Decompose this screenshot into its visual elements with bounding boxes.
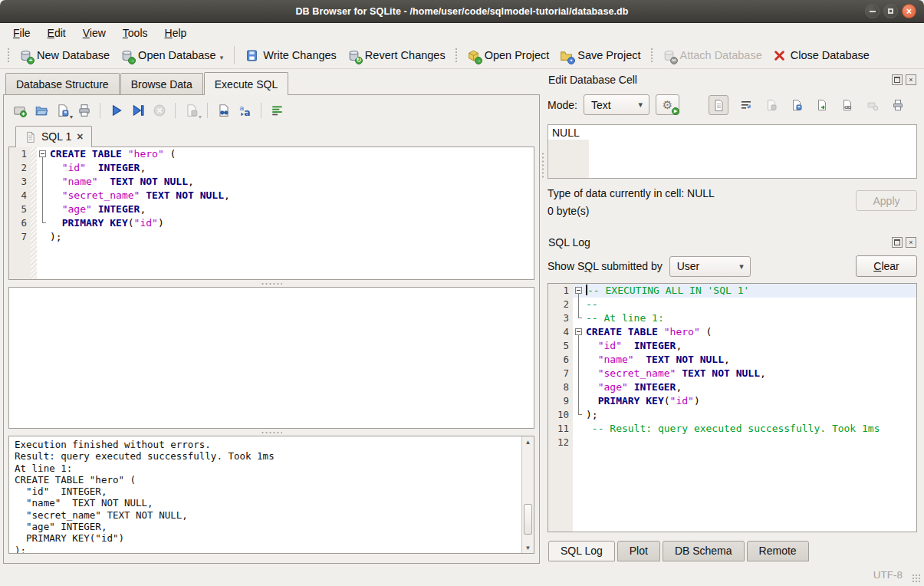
fold-marker	[573, 436, 584, 449]
new-sql-tab-icon[interactable]	[10, 102, 29, 119]
tab-browse-data[interactable]: Browse Data	[120, 73, 203, 95]
close-dock-icon[interactable]: ×	[906, 74, 916, 85]
right-panel: Edit Database Cell × Mode: Text ⚙ ▸	[546, 69, 924, 564]
code-text: "name" TEXT NOT NULL,	[48, 175, 194, 189]
new-database-button[interactable]: + New Database	[14, 46, 115, 65]
close-icon[interactable]: ×	[902, 4, 916, 18]
save-results-icon: ▾	[182, 102, 201, 119]
close-dock-icon[interactable]: ×	[906, 237, 916, 248]
line-number: 11	[548, 422, 573, 436]
sql-toolbar-separator	[207, 103, 208, 118]
code-line: 5 "age" INTEGER,	[9, 202, 534, 216]
menu-view[interactable]: View	[74, 25, 114, 41]
execute-line-icon[interactable]	[128, 102, 147, 119]
svg-text:a: a	[239, 104, 244, 112]
save-sql-file-icon[interactable]: ▾	[53, 102, 72, 119]
stop-icon	[150, 102, 169, 119]
scrollbar-thumb[interactable]	[524, 504, 532, 535]
close-database-button[interactable]: Close Database	[768, 46, 875, 65]
open-project-icon: →	[467, 49, 480, 62]
cell-value-editor[interactable]: NULL	[547, 124, 917, 179]
results-messages-splitter[interactable]	[8, 429, 534, 436]
code-text: -- At line 1:	[584, 311, 664, 325]
scroll-down-icon[interactable]: ▼	[522, 542, 534, 553]
code-text: );	[48, 230, 62, 244]
open-database-button[interactable]: → Open Database ▾	[115, 46, 229, 65]
resize-grip[interactable]	[912, 574, 922, 584]
dock-tab-db-schema[interactable]: DB Schema	[663, 541, 745, 561]
main-toolbar: + New Database → Open Database ▾ Write C…	[0, 42, 924, 69]
fold-marker[interactable]	[37, 147, 48, 161]
code-line: 10);	[548, 408, 916, 422]
float-dock-icon[interactable]	[892, 237, 903, 248]
messages-pane[interactable]: Execution finished without errors.Result…	[8, 436, 534, 554]
tab-execute-sql[interactable]: Execute SQL	[204, 72, 289, 95]
tab-database-structure[interactable]: Database Structure	[5, 73, 120, 95]
find-replace-icon[interactable]: aa	[235, 102, 255, 119]
word-wrap-icon[interactable]	[738, 97, 754, 113]
fold-marker[interactable]	[573, 325, 584, 339]
save-as-icon[interactable]	[789, 97, 804, 113]
sql-file-tab[interactable]: SQL 1 ×	[15, 126, 92, 147]
dock-tab-sql-log[interactable]: SQL Log	[548, 541, 615, 561]
main-tabbar: Database Structure Browse Data Execute S…	[3, 71, 540, 95]
settings-button[interactable]: ⚙ ▸	[656, 94, 679, 115]
open-sql-file-icon[interactable]	[31, 102, 51, 119]
fold-marker[interactable]	[573, 284, 584, 298]
sql-log-title: SQL Log	[548, 236, 590, 249]
document-mode-icon[interactable]	[709, 95, 728, 115]
toolbar-grip[interactable]	[649, 48, 654, 63]
export-icon[interactable]	[814, 97, 830, 113]
settings-gear-icon: ⚙	[663, 99, 672, 110]
menu-file[interactable]: File	[5, 25, 39, 41]
menu-edit[interactable]: Edit	[39, 25, 74, 41]
svg-text:a: a	[244, 107, 250, 117]
menu-tools[interactable]: Tools	[114, 25, 156, 41]
toolbar-grip[interactable]	[6, 48, 11, 63]
sql-log-view[interactable]: 1-- EXECUTING ALL IN 'SQL 1'2--3-- At li…	[547, 283, 917, 532]
line-number: 6	[9, 216, 31, 230]
results-grid[interactable]	[8, 287, 534, 429]
save-project-button[interactable]: ▪ Save Project	[554, 46, 646, 65]
minimize-icon[interactable]	[865, 4, 880, 18]
mode-select[interactable]: Text	[584, 94, 649, 115]
revert-changes-button[interactable]: ↻ Revert Changes	[342, 46, 451, 65]
code-line: 2 "id" INTEGER,	[9, 161, 534, 175]
titlebar[interactable]: DB Browser for SQLite - /home/user/code/…	[0, 0, 924, 23]
float-dock-icon[interactable]	[892, 74, 903, 85]
code-line: 12	[548, 436, 916, 449]
sql-file-tabbar: SQL 1 ×	[8, 125, 534, 147]
log-filter-select[interactable]: User	[669, 256, 751, 277]
fold-marker	[573, 311, 584, 325]
fold-marker	[37, 189, 48, 202]
code-line: 1-- EXECUTING ALL IN 'SQL 1'	[548, 284, 916, 298]
auto-format-icon[interactable]	[268, 102, 287, 119]
code-line: 3-- At line 1:	[548, 311, 916, 325]
write-changes-button[interactable]: Write Changes	[240, 46, 342, 65]
open-project-button[interactable]: → Open Project	[462, 46, 555, 65]
print-icon[interactable]	[890, 97, 906, 113]
toolbar-grip[interactable]	[454, 48, 459, 63]
maximize-icon[interactable]	[883, 4, 898, 18]
find-icon[interactable]	[214, 102, 233, 119]
editor-results-splitter[interactable]	[8, 280, 534, 287]
scroll-up-icon[interactable]: ▲	[522, 436, 534, 447]
open-database-dropdown-icon[interactable]: ▾	[220, 54, 224, 62]
dock-tabbar: SQL Log Plot DB Schema Remote	[547, 541, 917, 561]
code-text: PRIMARY KEY("id")	[584, 394, 700, 408]
clear-log-button[interactable]: Clear	[856, 255, 917, 277]
sql-editor[interactable]: 1CREATE TABLE "hero" (2 "id" INTEGER,3 "…	[8, 147, 534, 280]
dock-tab-remote[interactable]: Remote	[747, 541, 809, 561]
messages-scrollbar[interactable]: ▲ ▼	[521, 436, 534, 553]
execute-sql-panel: ▾ ▾	[3, 95, 540, 564]
code-line: 4 "secret_name" TEXT NOT NULL,	[9, 189, 534, 202]
menu-help[interactable]: Help	[156, 25, 196, 41]
execute-all-icon[interactable]	[107, 102, 126, 119]
close-tab-icon[interactable]: ×	[77, 132, 83, 141]
panel-splitter[interactable]	[540, 69, 546, 564]
dock-tab-plot[interactable]: Plot	[617, 541, 660, 561]
code-line: 7 "secret_name" TEXT NOT NULL,	[548, 367, 916, 380]
messages-text: Execution finished without errors.Result…	[9, 436, 534, 554]
link-icon[interactable]	[840, 97, 855, 113]
print-icon[interactable]	[74, 102, 94, 119]
